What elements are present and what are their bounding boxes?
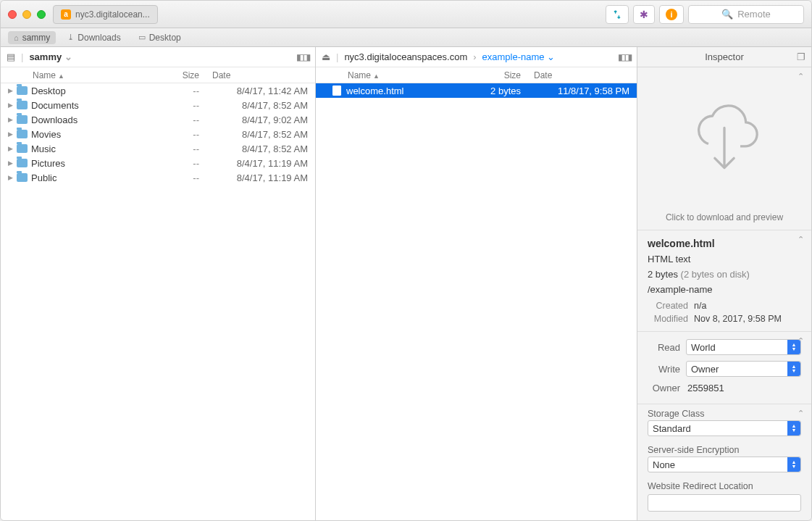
write-label: Write	[648, 364, 680, 375]
sync-button[interactable]	[606, 5, 629, 24]
connection-tab-label: nyc3.digitalocean...	[75, 9, 150, 20]
remote-column-headers[interactable]: Name▲ Size Date	[316, 67, 637, 83]
eject-icon[interactable]: ⏏	[322, 51, 330, 62]
local-crumb-label[interactable]: sammy ⌄	[29, 51, 72, 62]
folder-icon	[17, 130, 28, 138]
created-label: Created	[648, 301, 688, 311]
disclosure-triangle-icon[interactable]: ▶	[5, 87, 15, 94]
redirect-input[interactable]	[648, 494, 801, 512]
folder-icon	[17, 115, 28, 124]
disclosure-triangle-icon[interactable]: ▶	[5, 116, 15, 123]
disclosure-triangle-icon[interactable]: ▶	[5, 174, 15, 181]
disclosure-triangle-icon[interactable]: ▶	[5, 130, 15, 138]
file-icon	[332, 86, 341, 96]
owner-label: Owner	[648, 383, 680, 393]
cloud-download-button[interactable]	[637, 67, 811, 212]
disclosure-triangle-icon[interactable]: ▶	[5, 101, 15, 109]
cloud-download-icon	[685, 100, 764, 180]
local-pane: ▤ | sammy ⌄ ◧◨ Name▲ Size Date ▶Desktop-…	[1, 47, 316, 520]
storage-class-select[interactable]: Standard ▲▼	[648, 420, 801, 436]
write-select[interactable]: Owner ▲▼	[686, 361, 801, 377]
list-item[interactable]: ▶Downloads--8/4/17, 9:02 AM	[1, 112, 315, 127]
spark-icon: ✱	[640, 9, 648, 20]
created-value: n/a	[694, 301, 801, 311]
inspector-file-size: 2 bytes (2 bytes on disk)	[648, 269, 801, 280]
list-item[interactable]: ▶Pictures--8/4/17, 11:19 AM	[1, 156, 315, 170]
inspector-permissions-section: ⌃ Read World ▲▼ Write Owner ▲▼ Ow	[637, 332, 811, 404]
select-arrows-icon: ▲▼	[787, 362, 800, 376]
folder-icon	[17, 159, 28, 167]
disclosure-triangle-icon[interactable]: ▶	[5, 159, 15, 167]
list-item[interactable]: ▶Movies--8/4/17, 8:52 AM	[1, 127, 315, 141]
chevron-down-icon: ⌄	[64, 51, 72, 62]
section-collapse-icon[interactable]: ⌃	[798, 72, 804, 81]
sse-select[interactable]: None ▲▼	[648, 457, 801, 472]
local-column-headers[interactable]: Name▲ Size Date	[1, 67, 315, 83]
section-collapse-icon[interactable]: ⌃	[798, 235, 804, 244]
duplicate-view-icon[interactable]: ❐	[797, 51, 805, 62]
connection-tab[interactable]: a nyc3.digitalocean...	[53, 5, 158, 24]
bookmark-bar: ⌂ sammy ⤓ Downloads ▭ Desktop	[1, 28, 811, 47]
bookmark-sammy[interactable]: ⌂ sammy	[8, 31, 56, 44]
action-button[interactable]: ✱	[633, 5, 655, 24]
select-arrows-icon: ▲▼	[787, 340, 800, 354]
folder-icon	[17, 173, 28, 182]
info-button[interactable]: i	[659, 5, 684, 24]
folder-icon	[17, 86, 28, 95]
inspector-file-name: welcome.html	[648, 238, 801, 249]
disk-icon[interactable]: ▤	[7, 51, 15, 62]
bookmark-label: Desktop	[149, 33, 181, 43]
sse-label: Server-side Encryption	[637, 441, 811, 457]
zoom-window-button[interactable]	[37, 10, 46, 19]
view-mode-button[interactable]: ◧◨	[618, 52, 631, 62]
remote-crumb-folder[interactable]: example-name ⌄	[482, 51, 556, 62]
modified-value: Nov 8, 2017, 9:58 PM	[694, 314, 801, 324]
desktop-icon: ▭	[138, 33, 146, 42]
bookmark-label: sammy	[22, 33, 51, 43]
remote-search-placeholder: Remote	[737, 9, 771, 20]
home-icon: ⌂	[14, 33, 19, 42]
folder-icon	[17, 144, 28, 153]
select-arrows-icon: ▲▼	[787, 457, 800, 472]
list-item[interactable]: ▶Documents--8/4/17, 8:52 AM	[1, 98, 315, 112]
list-item[interactable]: ▶Music--8/4/17, 8:52 AM	[1, 141, 315, 156]
download-icon: ⤓	[67, 33, 74, 42]
local-file-list: ▶Desktop--8/4/17, 11:42 AM ▶Documents--8…	[1, 83, 315, 520]
inspector-file-path: /example-name	[648, 284, 801, 295]
local-breadcrumb: ▤ | sammy ⌄ ◧◨	[1, 47, 315, 67]
view-mode-button[interactable]: ◧◨	[296, 52, 309, 62]
window-controls	[8, 10, 46, 19]
list-item[interactable]: ▶Desktop--8/4/17, 11:42 AM	[1, 83, 315, 98]
bookmark-label: Downloads	[78, 33, 120, 43]
disclosure-triangle-icon[interactable]: ▶	[5, 145, 15, 152]
redirect-label: Website Redirect Location	[637, 477, 811, 493]
close-window-button[interactable]	[8, 10, 17, 19]
titlebar: a nyc3.digitalocean... ✱ i 🔍 Remote	[1, 1, 811, 28]
inspector-file-type: HTML text	[648, 254, 801, 264]
minimize-window-button[interactable]	[22, 10, 31, 19]
info-icon: i	[666, 9, 677, 20]
remote-pane: ⏏ | nyc3.digitaloceanspaces.com › exampl…	[316, 47, 637, 520]
remote-file-list: welcome.html 2 bytes 11/8/17, 9:58 PM	[316, 83, 637, 520]
sort-asc-icon: ▲	[373, 72, 380, 80]
inspector-title: Inspector ❐	[637, 47, 811, 67]
inspector-preview-section: ⌃ Click to download and preview	[637, 67, 811, 230]
select-arrows-icon: ▲▼	[787, 421, 800, 435]
app-icon: a	[61, 9, 71, 20]
list-item[interactable]: welcome.html 2 bytes 11/8/17, 9:58 PM	[316, 83, 637, 98]
read-select[interactable]: World ▲▼	[686, 339, 801, 355]
cloud-caption: Click to download and preview	[637, 212, 811, 230]
bookmark-downloads[interactable]: ⤓ Downloads	[62, 31, 126, 44]
bookmark-desktop[interactable]: ▭ Desktop	[133, 31, 187, 44]
remote-search[interactable]: 🔍 Remote	[688, 5, 804, 24]
folder-icon	[17, 101, 28, 109]
search-icon: 🔍	[721, 9, 733, 20]
list-item[interactable]: ▶Public--8/4/17, 11:19 AM	[1, 170, 315, 185]
owner-value: 2559851	[686, 383, 801, 393]
inspector-pane: Inspector ❐ ⌃ Click to download and prev…	[637, 47, 811, 520]
remote-crumb-host[interactable]: nyc3.digitaloceanspaces.com	[344, 51, 467, 62]
storage-class-label: Storage Class	[637, 404, 811, 420]
section-collapse-icon[interactable]: ⌃	[798, 409, 804, 418]
remote-breadcrumb: ⏏ | nyc3.digitaloceanspaces.com › exampl…	[316, 47, 637, 67]
chevron-right-icon: ›	[473, 51, 476, 62]
